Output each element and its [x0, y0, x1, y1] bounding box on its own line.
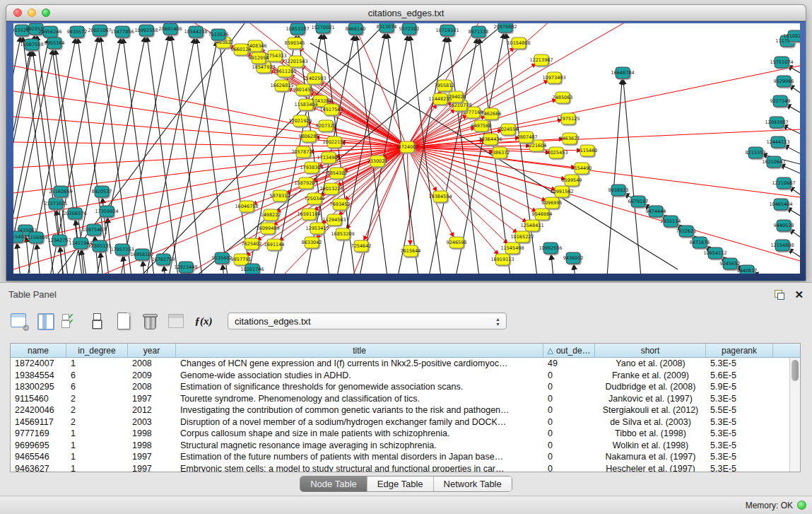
network-node-label: 9546984 — [532, 211, 553, 217]
network-edge — [779, 165, 800, 173]
network-node-label: 8215353 — [746, 150, 766, 156]
network-node-label: 6221604 — [526, 143, 547, 148]
tab-network-table[interactable]: Network Table — [434, 477, 512, 491]
window-titlebar[interactable]: citations_edges.txt — [6, 5, 806, 21]
network-node-label: 8633042 — [302, 240, 322, 245]
network-edge — [37, 244, 40, 274]
network-node-label: 8471676 — [690, 240, 710, 245]
column-header-pagerank[interactable]: pagerank — [706, 344, 773, 357]
network-node-label: 8590345 — [285, 40, 305, 46]
network-edge — [164, 266, 167, 274]
table-row[interactable]: 1456911722003Disruption of a novel membe… — [11, 416, 789, 428]
table-row[interactable]: 977716911998Corpus callosum shape and si… — [11, 428, 789, 440]
table-row[interactable]: 946362711997Embryonic stem cells: a mode… — [11, 463, 789, 472]
show-columns-icon[interactable] — [36, 312, 54, 330]
citation-network-graph[interactable]: 1872400723300212240834612754313185479231… — [13, 23, 800, 274]
minimize-window-button[interactable] — [28, 8, 36, 17]
table-row[interactable]: 911546021997Tourette syndrome. Phenomeno… — [11, 393, 789, 405]
network-node-label: 20578711 — [291, 149, 314, 155]
network-node-label: 10165222 — [510, 234, 534, 240]
network-node-label: 19611205 — [273, 69, 296, 74]
network-node-label: 8096995 — [542, 200, 563, 206]
delete-table-icon[interactable] — [141, 312, 159, 330]
network-frame: 1872400723300212240834612754313185479231… — [6, 22, 806, 281]
column-checklist-icon[interactable] — [62, 312, 81, 330]
network-edge — [787, 208, 800, 216]
network-node-label: 9806285 — [299, 134, 319, 139]
cell-name: 19384554 — [11, 370, 66, 380]
cell-short: Dudbridge et al. (2008) — [595, 382, 706, 392]
network-node-label: 9207325 — [316, 123, 336, 129]
table-body: 1872400712008Changes of HCN gene express… — [11, 358, 789, 472]
cell-name: 18724007 — [11, 358, 66, 368]
cell-short: Wolkin et al. (1998) — [595, 440, 706, 450]
network-node-label: 19384554 — [428, 194, 452, 199]
table-row[interactable]: 2242004622012Investigating the contribut… — [11, 404, 789, 416]
close-window-button[interactable] — [13, 8, 22, 17]
column-header-title[interactable]: title — [176, 344, 543, 357]
network-edge — [551, 255, 555, 274]
network-node-label: 15879207 — [294, 180, 317, 186]
network-node-label: 9246598 — [447, 240, 467, 245]
float-panel-icon[interactable] — [775, 290, 784, 300]
network-node-label: 14517543 — [319, 107, 343, 112]
network-edge — [786, 104, 800, 112]
network-view-window: citations_edges.txt 18724007233002122408… — [6, 4, 806, 281]
column-header-in_degree[interactable]: in_degree — [66, 344, 128, 357]
tab-node-table[interactable]: Node Table — [300, 477, 367, 491]
table-scrollbar-thumb[interactable] — [792, 360, 799, 381]
network-node-label: 11294563 — [322, 217, 346, 223]
network-node-label: 10154808 — [507, 40, 530, 46]
network-node-label: 9440528 — [774, 223, 794, 228]
network-node-label: 7250344 — [305, 196, 325, 201]
cell-title: Structural magnetic resonance image aver… — [176, 440, 543, 450]
network-edge — [13, 147, 407, 168]
network-node-label: 15270021 — [311, 25, 334, 30]
table-tabs: Node TableEdge TableNetwork Table — [0, 476, 812, 492]
new-table-icon[interactable] — [114, 312, 133, 330]
network-node-label: 16099489 — [256, 226, 279, 231]
network-node-label: 9660124 — [231, 47, 252, 52]
table-row[interactable]: 1830029562008Estimation of significance … — [11, 381, 789, 393]
cell-year: 1998 — [128, 440, 176, 450]
cell-title: Investigating the contribution of common… — [176, 405, 543, 415]
network-node-label: 12548411 — [520, 223, 543, 228]
network-edge — [789, 85, 800, 93]
column-header-out_degree[interactable]: △out_de… — [543, 344, 595, 357]
network-node-label: 1498222 — [261, 212, 281, 218]
network-node-label: 8912954 — [249, 55, 269, 61]
cell-out_degree: 0 — [543, 440, 595, 450]
zoom-window-button[interactable] — [42, 8, 50, 17]
close-panel-icon[interactable]: ✕ — [794, 290, 804, 300]
column-header-name[interactable]: name — [11, 344, 66, 357]
network-edge — [17, 243, 20, 274]
network-node-label: 8938923 — [608, 187, 629, 193]
table-row[interactable]: 946554611997Estimation of the future num… — [11, 451, 789, 463]
tab-edge-table[interactable]: Edge Table — [367, 477, 434, 491]
table-row[interactable]: 969969511998Structural magnetic resonanc… — [11, 440, 789, 452]
network-node-label: 15751074 — [770, 59, 793, 65]
function-builder-icon[interactable]: ƒ(x) — [193, 312, 214, 330]
network-canvas[interactable]: 1872400723300212240834612754313185479231… — [13, 23, 800, 274]
network-node-label: 12093887 — [765, 119, 788, 125]
column-header-short[interactable]: short — [595, 344, 706, 357]
import-table-icon[interactable] — [167, 312, 185, 330]
row-height-icon[interactable] — [88, 312, 107, 330]
memory-status-indicator — [797, 501, 806, 510]
network-node-label: 9440817 — [737, 268, 758, 274]
network-node-label: 2935114 — [661, 218, 681, 224]
cell-short: Jankovic et al. (1997) — [595, 394, 706, 404]
network-node-label: 19013225 — [319, 186, 343, 192]
network-edge — [789, 187, 800, 194]
table-settings-icon[interactable] — [10, 312, 28, 330]
network-node-label: 10201746 — [240, 267, 264, 272]
table-row[interactable]: 1938455462009Genome-wide association stu… — [11, 370, 789, 382]
cell-year: 2008 — [128, 382, 176, 392]
column-header-year[interactable]: year — [128, 344, 176, 357]
table-source-dropdown[interactable]: citations_edges.txt ▲▼ — [228, 313, 507, 329]
network-node-label: 10025453 — [544, 150, 567, 156]
table-scrollbar[interactable] — [789, 358, 800, 472]
network-node-label: 32201543 — [284, 59, 307, 64]
cell-short: Tibbo et al. (1998) — [595, 428, 706, 438]
table-row[interactable]: 1872400712008Changes of HCN gene express… — [11, 358, 789, 370]
